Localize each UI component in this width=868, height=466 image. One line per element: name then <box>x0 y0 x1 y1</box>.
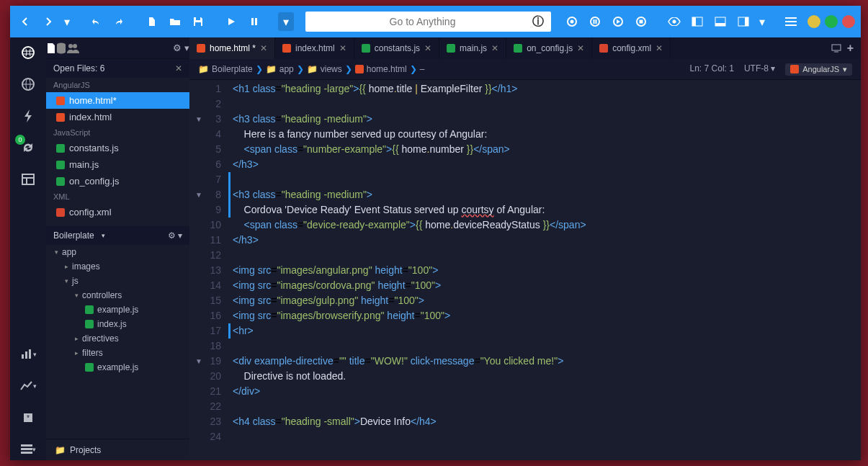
editor-tab[interactable]: on_config.js✕ <box>506 37 592 59</box>
code-line[interactable]: Cordova 'Device Ready' Event Status serv… <box>228 202 861 218</box>
tree-node[interactable]: ▸images <box>46 259 189 274</box>
rec-pause-button[interactable] <box>586 12 604 31</box>
close-tab-icon[interactable]: ✕ <box>424 43 431 53</box>
fold-icon[interactable]: ▼ <box>195 354 202 369</box>
activity-sync[interactable]: 0 <box>17 137 39 158</box>
projects-footer[interactable]: 📁 Projects <box>46 439 189 460</box>
forward-button[interactable] <box>39 12 58 31</box>
tree-node[interactable]: ▾js <box>46 274 189 288</box>
breadcrumb-segment[interactable]: – <box>420 64 425 74</box>
activity-graph[interactable]: ▾ <box>17 375 39 397</box>
code-editor[interactable]: 12▼34567▼89101112131415161718▼1920212223… <box>189 80 861 460</box>
go-to-anything[interactable]: ⓘ <box>305 12 551 32</box>
undo-button[interactable] <box>86 12 105 31</box>
code-line[interactable]: <div example-directive="" title="WOW!" c… <box>233 354 861 369</box>
code-line[interactable]: Directive is not loaded. <box>233 369 861 384</box>
code-content[interactable]: <h1 class="heading -large">{{ home.title… <box>228 80 861 460</box>
project-section[interactable]: Boilerplate ▾ ⚙ ▾ <box>46 226 189 245</box>
code-line[interactable]: <h1 class="heading -large">{{ home.title… <box>233 81 861 97</box>
layout-left-button[interactable] <box>688 12 707 31</box>
add-tab-button[interactable]: + <box>847 42 854 55</box>
open-file-item[interactable]: on_config.js <box>46 173 189 189</box>
code-line[interactable]: <span class="number-example">{{ home.num… <box>233 142 861 157</box>
close-tab-icon[interactable]: ✕ <box>491 43 498 53</box>
rec-play-button[interactable] <box>609 12 627 31</box>
redo-button[interactable] <box>109 12 128 31</box>
editor-tab[interactable]: config.xml✕ <box>592 37 671 59</box>
close-all-icon[interactable]: ✕ <box>175 63 182 73</box>
language-mode[interactable]: AngularJS ▾ <box>785 63 852 76</box>
info-icon[interactable]: ⓘ <box>532 14 544 30</box>
activity-list[interactable]: ▾ <box>17 439 39 460</box>
open-folder-button[interactable] <box>166 12 184 31</box>
tree-node[interactable]: example.js <box>46 303 189 317</box>
code-line[interactable]: <img src="images/angular.png" height="10… <box>233 263 861 278</box>
search-input[interactable] <box>313 16 532 27</box>
editor-tab[interactable]: main.js✕ <box>439 37 506 59</box>
layout-bottom-button[interactable] <box>711 12 730 31</box>
code-line[interactable]: <hr> <box>228 323 861 339</box>
close-tab-icon[interactable]: ✕ <box>656 43 663 53</box>
code-line[interactable] <box>233 97 861 112</box>
code-line[interactable] <box>233 429 861 444</box>
code-line[interactable]: <h4 class="heading -small">Device Info</… <box>233 414 861 429</box>
activity-explorer[interactable] <box>17 42 39 63</box>
code-line[interactable]: </div> <box>233 384 861 399</box>
rec-stop-button[interactable] <box>632 12 650 31</box>
pause-button[interactable] <box>245 12 264 31</box>
code-line[interactable] <box>233 399 861 414</box>
breadcrumb-segment[interactable]: home.html <box>355 64 407 74</box>
tree-node[interactable]: ▾controllers <box>46 288 189 303</box>
save-button[interactable] <box>189 12 207 31</box>
code-line[interactable] <box>233 248 861 263</box>
activity-globe[interactable] <box>17 73 39 95</box>
editor-tab[interactable]: home.html *✕ <box>189 37 275 59</box>
close-tab-icon[interactable]: ✕ <box>260 43 267 53</box>
breadcrumb-segment[interactable]: 📁app <box>266 64 294 74</box>
code-line[interactable]: <img src="images/browserify.png" height=… <box>233 308 861 323</box>
activity-bolt[interactable] <box>17 105 39 127</box>
back-button[interactable] <box>16 12 35 31</box>
encoding[interactable]: UTF-8 ▾ <box>744 63 775 76</box>
breadcrumb-segment[interactable]: 📁Boilerplate <box>198 64 253 74</box>
close-tab-icon[interactable]: ✕ <box>339 43 346 53</box>
code-line[interactable]: <span class="device-ready-example">{{ ho… <box>233 218 861 233</box>
code-line[interactable]: </h3> <box>233 233 861 248</box>
menu-button[interactable] <box>782 12 800 31</box>
minimize-button[interactable] <box>807 15 820 28</box>
code-line[interactable] <box>233 339 861 354</box>
fold-icon[interactable]: ▼ <box>195 187 202 202</box>
breadcrumb-segment[interactable]: 📁views <box>307 64 342 74</box>
record-button[interactable] <box>563 12 581 31</box>
tree-node[interactable]: ▸filters <box>46 346 189 360</box>
code-line[interactable] <box>228 172 861 187</box>
activity-chart[interactable]: ▾ <box>17 344 39 365</box>
project-settings-icon[interactable]: ⚙ ▾ <box>168 230 182 241</box>
tree-node[interactable]: example.js <box>46 360 189 375</box>
code-line[interactable]: <img src="images/cordova.png" height="10… <box>233 278 861 293</box>
activity-layout[interactable] <box>17 169 39 190</box>
open-file-item[interactable]: constants.js <box>46 140 189 156</box>
layout-right-button[interactable] <box>734 12 753 31</box>
tree-node[interactable]: ▾app <box>46 245 189 259</box>
history-dropdown[interactable]: ▾ <box>62 12 72 31</box>
layout-dropdown[interactable]: ▾ <box>757 12 767 31</box>
editor-tab[interactable]: index.html✕ <box>275 37 354 59</box>
open-files-section[interactable]: Open Files: 6 ✕ <box>46 59 189 78</box>
close-tab-icon[interactable]: ✕ <box>577 43 584 53</box>
code-line[interactable]: <img src="images/gulp.png" height="100"> <box>233 293 861 308</box>
play-button[interactable] <box>222 12 241 31</box>
open-file-item[interactable]: main.js <box>46 156 189 173</box>
open-file-item[interactable]: home.html* <box>46 92 189 109</box>
code-line[interactable]: <h3 class="heading -medium"> <box>228 187 861 202</box>
notification-icon[interactable] <box>831 44 841 53</box>
code-line[interactable]: Here is a fancy number served up courtes… <box>233 127 861 142</box>
panel-db-icon[interactable] <box>56 42 66 54</box>
preview-button[interactable] <box>665 12 684 31</box>
panel-team-icon[interactable] <box>66 43 79 53</box>
maximize-button[interactable] <box>825 15 838 28</box>
tree-node[interactable]: ▸directives <box>46 331 189 346</box>
open-file-item[interactable]: index.html <box>46 109 189 125</box>
open-file-item[interactable]: config.xml <box>46 204 189 220</box>
cursor-position[interactable]: Ln: 7 Col: 1 <box>690 63 734 76</box>
